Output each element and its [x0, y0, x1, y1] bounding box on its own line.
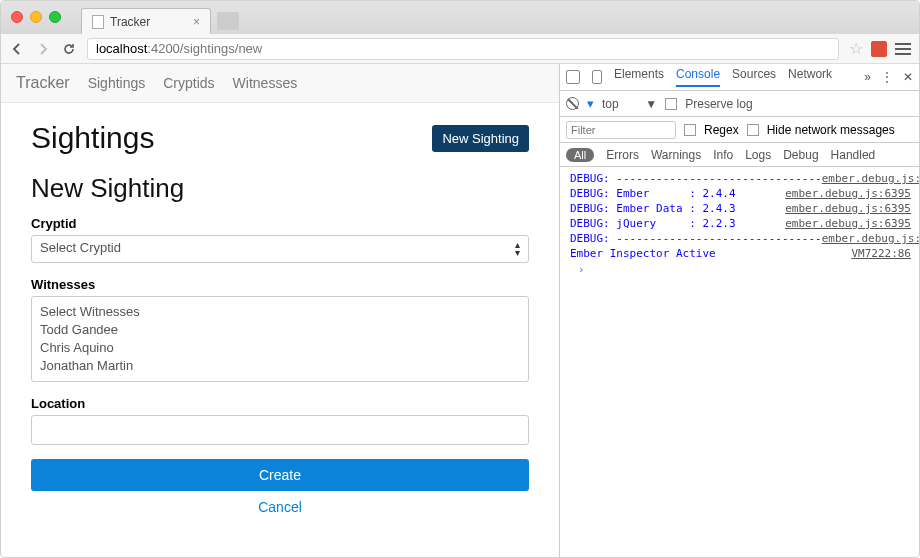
location-input[interactable] — [31, 415, 529, 445]
nav-cryptids[interactable]: Cryptids — [163, 75, 214, 91]
back-icon[interactable] — [9, 41, 25, 57]
app-navbar: Tracker Sightings Cryptids Witnesses — [1, 64, 559, 103]
console-toolbar: ▾ top ▼ Preserve log — [560, 91, 919, 117]
minimize-window-icon[interactable] — [30, 11, 42, 23]
witness-option[interactable]: Todd Gandee — [40, 321, 520, 339]
hamburger-menu-icon[interactable] — [895, 43, 911, 55]
tab-elements[interactable]: Elements — [614, 67, 664, 87]
url-path: :4200/sightings/new — [147, 41, 262, 56]
preserve-log-label: Preserve log — [685, 97, 752, 111]
cryptid-label: Cryptid — [31, 216, 529, 231]
close-window-icon[interactable] — [11, 11, 23, 23]
devtools-menu-icon[interactable]: ⋮ — [881, 70, 893, 84]
window-controls — [11, 11, 61, 23]
browser-window: Tracker × localhost:4200/sightings/new ☆… — [0, 0, 920, 558]
favorite-icon[interactable]: ☆ — [849, 39, 863, 58]
hide-network-checkbox[interactable] — [747, 124, 759, 136]
witnesses-label: Witnesses — [31, 277, 529, 292]
address-bar: localhost:4200/sightings/new ☆ — [1, 34, 919, 64]
level-errors[interactable]: Errors — [606, 148, 639, 162]
hide-network-label: Hide network messages — [767, 123, 895, 137]
close-tab-icon[interactable]: × — [193, 15, 200, 29]
app-viewport: Tracker Sightings Cryptids Witnesses Sig… — [1, 64, 559, 557]
close-devtools-icon[interactable]: ✕ — [903, 70, 913, 84]
chevron-updown-icon: ▴▾ — [515, 241, 520, 257]
witness-option[interactable]: Jonathan Martin — [40, 357, 520, 375]
cryptid-select[interactable]: Select Cryptid ▴▾ — [31, 235, 529, 263]
device-toolbar-icon[interactable] — [592, 70, 602, 84]
filter-icon[interactable]: ▾ — [587, 96, 594, 111]
context-selector[interactable]: top ▼ — [602, 97, 657, 111]
brand[interactable]: Tracker — [16, 74, 70, 92]
preserve-log-checkbox[interactable] — [665, 98, 677, 110]
tab-console[interactable]: Console — [676, 67, 720, 87]
maximize-window-icon[interactable] — [49, 11, 61, 23]
console-prompt-icon[interactable]: › — [570, 261, 919, 278]
witness-option[interactable]: Select Witnesses — [40, 303, 520, 321]
tab-title: Tracker — [110, 15, 150, 29]
regex-checkbox[interactable] — [684, 124, 696, 136]
ember-inspector-icon[interactable] — [871, 41, 887, 57]
console-filter-row: Regex Hide network messages — [560, 117, 919, 143]
console-output: DEBUG: -------------------------------em… — [560, 167, 919, 557]
cancel-link[interactable]: Cancel — [31, 499, 529, 515]
level-handled[interactable]: Handled — [831, 148, 876, 162]
console-filter-input[interactable] — [566, 121, 676, 139]
level-logs[interactable]: Logs — [745, 148, 771, 162]
cryptid-select-value: Select Cryptid — [40, 240, 121, 255]
nav-witnesses[interactable]: Witnesses — [233, 75, 298, 91]
create-button[interactable]: Create — [31, 459, 529, 491]
level-debug[interactable]: Debug — [783, 148, 818, 162]
console-line: DEBUG: Ember Data : 2.4.3ember.debug.js:… — [570, 201, 919, 216]
page-icon — [92, 15, 104, 29]
form-title: New Sighting — [31, 173, 529, 204]
new-tab-button[interactable] — [217, 12, 239, 30]
new-sighting-button[interactable]: New Sighting — [432, 125, 529, 152]
tab-sources[interactable]: Sources — [732, 67, 776, 87]
url-input[interactable]: localhost:4200/sightings/new — [87, 38, 839, 60]
url-host: localhost — [96, 41, 147, 56]
forward-icon[interactable] — [35, 41, 51, 57]
level-all[interactable]: All — [566, 148, 594, 162]
devtools-panel: Elements Console Sources Network » ⋮ ✕ ▾… — [559, 64, 919, 557]
console-line: Ember Inspector ActiveVM7222:86 — [570, 246, 919, 261]
nav-sightings[interactable]: Sightings — [88, 75, 146, 91]
regex-label: Regex — [704, 123, 739, 137]
browser-tab[interactable]: Tracker × — [81, 8, 211, 34]
console-line: DEBUG: Ember : 2.4.4ember.debug.js:6395 — [570, 186, 919, 201]
witness-option[interactable]: Chris Aquino — [40, 339, 520, 357]
console-line: DEBUG: jQuery : 2.2.3ember.debug.js:6395 — [570, 216, 919, 231]
console-line: DEBUG: -------------------------------em… — [570, 231, 919, 246]
level-info[interactable]: Info — [713, 148, 733, 162]
inspect-element-icon[interactable] — [566, 70, 580, 84]
page-title: Sightings — [31, 121, 154, 155]
more-tabs-icon[interactable]: » — [864, 70, 871, 84]
log-level-bar: All Errors Warnings Info Logs Debug Hand… — [560, 143, 919, 167]
location-label: Location — [31, 396, 529, 411]
level-warnings[interactable]: Warnings — [651, 148, 701, 162]
witnesses-select[interactable]: Select Witnesses Todd Gandee Chris Aquin… — [31, 296, 529, 382]
devtools-tabbar: Elements Console Sources Network » ⋮ ✕ — [560, 64, 919, 91]
tab-network[interactable]: Network — [788, 67, 832, 87]
tab-strip: Tracker × — [1, 1, 919, 34]
clear-console-icon[interactable] — [566, 97, 579, 110]
reload-icon[interactable] — [61, 41, 77, 57]
console-line: DEBUG: -------------------------------em… — [570, 171, 919, 186]
